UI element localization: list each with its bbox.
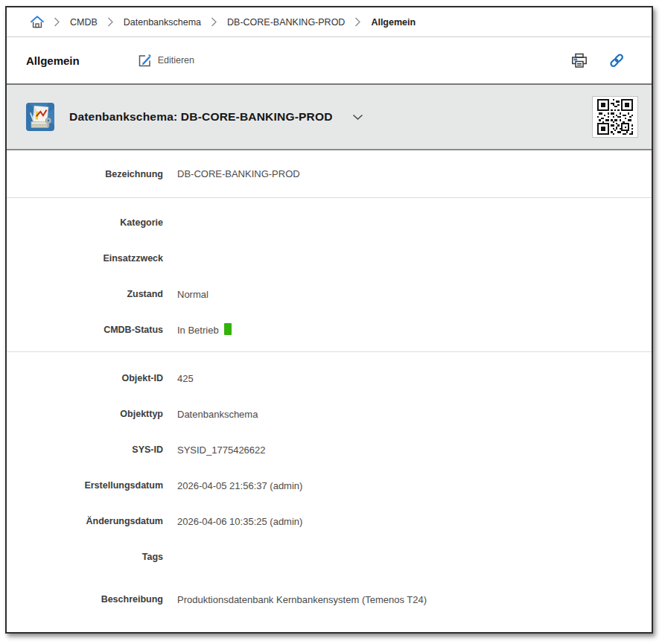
chevron-right-icon	[354, 17, 361, 27]
object-title: Datenbankschema: DB-CORE-BANKING-PROD	[69, 110, 333, 124]
field-value: Produktionsdatenbank Kernbankensystem (T…	[177, 594, 427, 605]
field-label: Kategorie	[7, 217, 163, 228]
page-title: Allgemein	[26, 54, 80, 67]
field-label: Zustand	[7, 289, 163, 299]
field-row-aenderungsdatum: Änderungsdatum 2026-04-06 10:35:25 (admi…	[7, 503, 652, 539]
object-header: Datenbankschema: DB-CORE-BANKING-PROD	[7, 85, 652, 150]
status-text: In Betrieb	[177, 325, 219, 336]
field-label: SYS-ID	[7, 444, 163, 455]
field-value: In Betrieb	[177, 325, 232, 336]
breadcrumb-item-cmdb[interactable]: CMDB	[70, 17, 98, 28]
field-label: Einsatzzweck	[7, 253, 163, 264]
edit-button-label: Editieren	[158, 55, 194, 66]
field-row-erstellungsdatum: Erstellungsdatum 2026-04-05 21:56:37 (ad…	[7, 468, 652, 503]
field-label: Objekt-ID	[7, 373, 163, 383]
field-value: Normal	[177, 289, 209, 300]
field-row-tags: Tags	[7, 539, 652, 575]
field-value: DB-CORE-BANKING-PROD	[177, 168, 300, 179]
edit-pencil-icon	[138, 54, 152, 68]
field-row-cmdb-status: CMDB-Status In Betrieb	[7, 312, 652, 348]
breadcrumb-item-object[interactable]: DB-CORE-BANKING-PROD	[227, 17, 345, 28]
field-value: 2026-04-05 21:56:37 (admin)	[177, 480, 302, 491]
field-row-beschreibung: Beschreibung Produktionsdatenbank Kernba…	[7, 575, 652, 624]
field-value: 425	[177, 373, 194, 384]
field-value: SYSID_1775426622	[177, 444, 266, 456]
category-toolbar: Allgemein Editieren	[7, 37, 652, 85]
home-icon[interactable]	[31, 16, 44, 28]
breadcrumb-item-current: Allgemein	[371, 17, 416, 28]
field-row-einsatzzweck: Einsatzzweck	[7, 240, 652, 276]
field-row-kategorie: Kategorie	[7, 205, 652, 240]
field-value: Datenbankschema	[177, 409, 258, 420]
chevron-down-icon[interactable]	[352, 114, 363, 121]
chevron-right-icon	[211, 17, 217, 27]
field-label: Objekttyp	[7, 409, 163, 419]
field-row-zustand: Zustand Normal	[7, 276, 652, 312]
field-value: 2026-04-06 10:35:25 (admin)	[177, 516, 302, 527]
field-label: Bezeichnung	[7, 169, 163, 179]
chevron-right-icon	[54, 17, 60, 27]
chevron-right-icon	[107, 17, 114, 27]
status-color-badge	[224, 323, 232, 335]
field-row-bezeichnung: Bezeichnung DB-CORE-BANKING-PROD	[7, 150, 652, 197]
form-section-meta: Objekt-ID 425 Objekttyp Datenbankschema …	[7, 352, 652, 632]
form-section-state: Kategorie Einsatzzweck Zustand Normal CM…	[7, 198, 652, 352]
app-window: CMDB Datenbankschema DB-CORE-BANKING-PRO…	[5, 6, 653, 634]
category-content: Bezeichnung DB-CORE-BANKING-PROD Kategor…	[7, 150, 652, 632]
field-label: Erstellungsdatum	[7, 480, 163, 491]
field-row-objekt-id: Objekt-ID 425	[7, 360, 652, 396]
form-section-title: Bezeichnung DB-CORE-BANKING-PROD	[7, 150, 652, 198]
link-icon[interactable]	[608, 52, 625, 68]
field-label: CMDB-Status	[7, 325, 163, 335]
edit-button[interactable]: Editieren	[138, 54, 194, 68]
breadcrumb-item-objecttype[interactable]: Datenbankschema	[124, 17, 201, 28]
field-label: Tags	[7, 552, 163, 562]
field-label: Beschreibung	[7, 594, 163, 605]
field-row-objekttyp: Objekttyp Datenbankschema	[7, 396, 652, 432]
printer-icon[interactable]	[571, 53, 588, 68]
field-label: Änderungsdatum	[7, 516, 163, 526]
database-schema-object-icon	[26, 103, 54, 131]
field-row-sys-id: SYS-ID SYSID_1775426622	[7, 432, 652, 468]
qr-code	[592, 96, 638, 138]
breadcrumb: CMDB Datenbankschema DB-CORE-BANKING-PRO…	[7, 7, 652, 37]
